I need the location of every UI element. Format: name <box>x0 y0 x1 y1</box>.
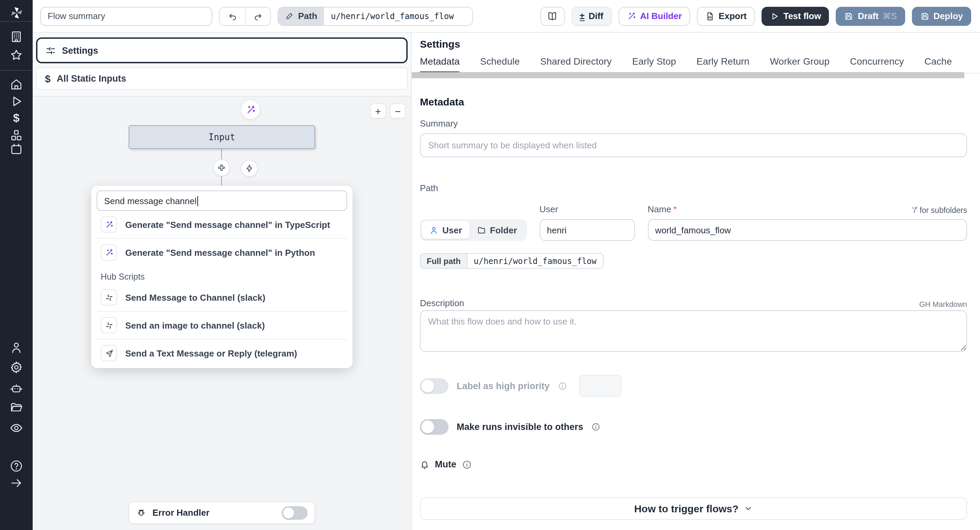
undo-button[interactable] <box>220 7 245 25</box>
user-field: User <box>539 204 635 241</box>
owner-user-option[interactable]: User <box>422 221 469 239</box>
name-input[interactable] <box>648 219 967 241</box>
sidebar-workers-icon[interactable] <box>0 382 33 395</box>
tab-early-return[interactable]: Early Return <box>697 56 749 73</box>
generate-python-item[interactable]: Generate "Send message channel" in Pytho… <box>97 238 347 266</box>
step-search-input[interactable]: Send message channel <box>97 190 347 211</box>
diff-button[interactable]: ± Diff <box>571 6 611 25</box>
sidebar-resources-icon[interactable] <box>0 129 33 142</box>
zoom-in-button[interactable]: + <box>370 103 386 118</box>
sliders-icon <box>46 45 56 56</box>
draft-shortcut: ⌘S <box>883 11 897 21</box>
diff-icon: ± <box>579 11 584 21</box>
add-step-button[interactable] <box>213 159 230 176</box>
tab-schedule[interactable]: Schedule <box>480 56 520 73</box>
sidebar-audit-icon[interactable] <box>0 421 33 435</box>
sidebar-divider <box>0 70 33 71</box>
owner-kind-toggle: User Folder <box>420 219 527 241</box>
sidebar-expand-icon[interactable] <box>0 476 33 490</box>
sidebar-help-icon[interactable] <box>0 459 33 473</box>
slack-icon <box>101 317 117 333</box>
save-icon <box>844 11 854 21</box>
description-label: Description <box>420 298 464 308</box>
sidebar-divider <box>0 21 33 22</box>
ai-flow-button[interactable] <box>240 99 261 120</box>
docs-button[interactable] <box>540 6 565 25</box>
trigger-step-button[interactable] <box>241 160 258 177</box>
sidebar-runs-icon[interactable] <box>0 95 33 108</box>
folder-icon <box>477 225 486 234</box>
dollar-icon: $ <box>45 73 51 84</box>
ai-builder-button[interactable]: AI Builder <box>618 6 690 25</box>
book-icon <box>547 11 557 21</box>
flow-settings-button[interactable]: Settings <box>36 37 408 63</box>
windmill-logo-icon[interactable] <box>0 4 33 22</box>
priority-value-input <box>579 375 621 397</box>
sidebar-folders-icon[interactable] <box>0 401 33 414</box>
high-priority-toggle[interactable] <box>420 378 449 394</box>
test-flow-button[interactable]: Test flow <box>762 6 829 25</box>
sidebar-settings-icon[interactable] <box>0 360 33 374</box>
zoom-out-button[interactable]: − <box>390 103 406 118</box>
deploy-button[interactable]: Deploy <box>912 6 971 25</box>
metadata-heading: Metadata <box>420 96 967 108</box>
info-icon[interactable] <box>592 422 600 432</box>
error-handler-node[interactable]: Error Handler <box>129 501 315 524</box>
hub-slack-image-item[interactable]: Send an image to channel (slack) <box>97 311 347 339</box>
tab-early-stop[interactable]: Early Stop <box>632 56 676 73</box>
subfolders-hint: '/' for subfolders <box>912 206 967 214</box>
sidebar-variables-icon[interactable]: $ <box>0 111 33 125</box>
slack-icon <box>101 289 117 305</box>
path-row: User Folder User Name* <box>420 204 967 241</box>
sidebar-schedules-icon[interactable] <box>0 142 33 156</box>
path-group[interactable]: Path u/henri/world_famous_flow <box>278 6 473 25</box>
path-value[interactable]: u/henri/world_famous_flow <box>324 7 472 25</box>
redo-button[interactable] <box>245 7 270 25</box>
flow-summary-input[interactable]: Flow summary <box>40 6 212 25</box>
export-button[interactable]: Export <box>697 6 755 25</box>
topbar: Flow summary Path u/henri/world_famous_f… <box>33 0 980 33</box>
invisible-runs-label: Make runs invisible to others <box>457 422 583 432</box>
sidebar-favorites-icon[interactable] <box>0 48 33 62</box>
markdown-hint: GH Markdown <box>919 300 967 308</box>
summary-input[interactable] <box>420 133 967 157</box>
user-input[interactable] <box>539 219 635 241</box>
all-static-inputs-button[interactable]: $ All Static Inputs <box>36 67 408 90</box>
path-edit-segment[interactable]: Path <box>278 7 324 25</box>
mute-label: Mute <box>435 459 456 470</box>
hub-slack-message-item[interactable]: Send Message to Channel (slack) <box>97 284 347 311</box>
sidebar-workspace-icon[interactable] <box>0 30 33 44</box>
how-to-trigger-flows-button[interactable]: How to trigger flows? <box>420 497 967 520</box>
name-field-label: Name* <box>648 204 677 214</box>
input-node[interactable]: Input <box>129 125 315 149</box>
tab-concurrency[interactable]: Concurrency <box>850 56 904 73</box>
error-handler-toggle[interactable] <box>282 506 308 519</box>
pencil-icon <box>285 11 294 21</box>
info-icon[interactable] <box>462 460 471 469</box>
mute-row[interactable]: Mute <box>420 459 967 470</box>
tab-worker-group[interactable]: Worker Group <box>770 56 829 73</box>
draft-button[interactable]: Draft ⌘S <box>836 6 905 25</box>
play-icon <box>770 11 779 21</box>
tabs-scrollbar[interactable] <box>412 72 964 78</box>
tab-cache[interactable]: Cache <box>924 56 952 73</box>
full-path-label: Full path <box>421 254 468 268</box>
flow-graph-canvas[interactable]: + − Input Send message channel <box>33 97 411 530</box>
owner-folder-option[interactable]: Folder <box>469 221 524 239</box>
step-picker-dropdown: Send message channel Generate "Send mess… <box>91 186 353 368</box>
settings-panel-title: Settings <box>420 38 967 50</box>
wand-icon <box>245 105 256 115</box>
info-icon[interactable] <box>558 381 566 390</box>
sidebar-home-icon[interactable] <box>0 78 33 91</box>
flow-editor-panel: Settings $ All Static Inputs + − Input <box>33 33 412 530</box>
description-textarea[interactable] <box>420 310 967 352</box>
invisible-runs-toggle[interactable] <box>420 419 449 435</box>
generate-typescript-item[interactable]: Generate "Send message channel" in TypeS… <box>97 211 347 238</box>
hub-telegram-item[interactable]: Send a Text Message or Reply (telegram) <box>97 339 347 367</box>
tab-metadata[interactable]: Metadata <box>420 56 460 73</box>
hub-scripts-section-label: Hub Scripts <box>97 266 347 284</box>
lightning-icon <box>245 164 254 173</box>
wand-icon <box>101 244 117 260</box>
tab-shared-directory[interactable]: Shared Directory <box>540 56 612 73</box>
sidebar-users-icon[interactable] <box>0 341 33 354</box>
